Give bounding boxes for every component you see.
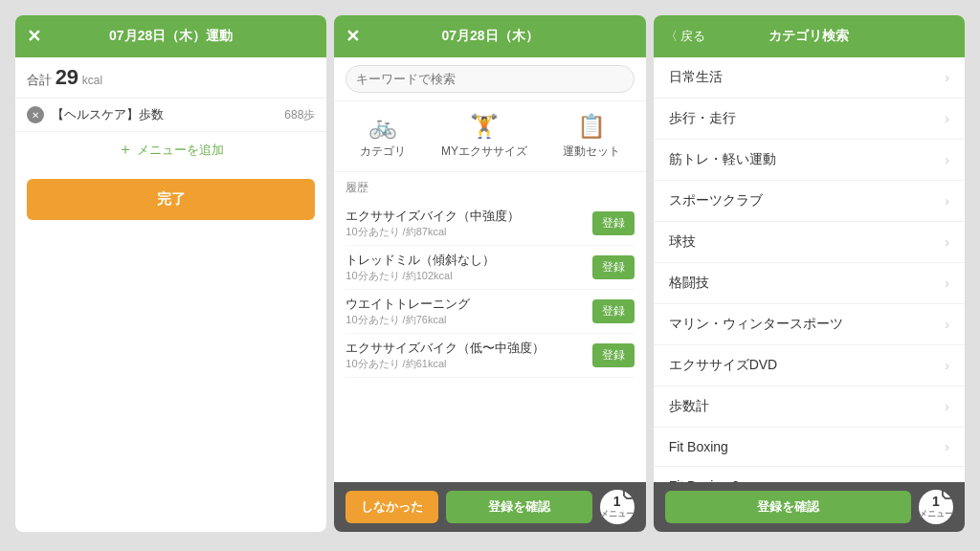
chevron-icon-1: ›	[945, 111, 949, 126]
add-menu-row[interactable]: ＋ メニューを追加	[15, 132, 326, 167]
category-name-4: 球技	[669, 233, 696, 251]
tab-row: 🚲 カテゴリ 🏋 MYエクササイズ 📋 運動セット	[334, 101, 645, 172]
category-item-6[interactable]: マリン・ウィンタースポーツ ›	[654, 304, 965, 345]
history-item: エクササイズバイク（中強度） 10分あたり /約87kcal 登録	[345, 202, 634, 246]
panel1-close-button[interactable]: ✕	[27, 26, 41, 47]
skip-button[interactable]: しなかった	[345, 491, 438, 523]
category-icon: 🚲	[368, 113, 397, 140]
panel3-stopwatch-icon: ⏱	[940, 484, 957, 504]
exercise-row: ✕ 【ヘルスケア】歩数 688歩	[15, 99, 326, 132]
my-exercise-icon: 🏋	[470, 113, 499, 140]
history-item-name-2: ウエイトトレーニング	[345, 296, 470, 313]
complete-button[interactable]: 完了	[27, 179, 315, 220]
category-name-8: 歩数計	[669, 398, 709, 415]
plus-icon: ＋	[118, 140, 133, 160]
register-button-2[interactable]: 登録	[592, 299, 635, 323]
category-name-9: Fit Boxing	[669, 439, 728, 454]
remove-exercise-button[interactable]: ✕	[27, 106, 44, 123]
chevron-icon-0: ›	[945, 70, 949, 85]
category-item-7[interactable]: エクササイズDVD ›	[654, 345, 965, 386]
panel2-body: 🚲 カテゴリ 🏋 MYエクササイズ 📋 運動セット 履歴 エクササイズバイク（中…	[334, 57, 645, 482]
chevron-icon-3: ›	[945, 193, 949, 209]
panel1-body: 合計 29 kcal ✕ 【ヘルスケア】歩数 688歩 ＋ メニューを追加 完了	[15, 57, 326, 532]
category-item-9[interactable]: Fit Boxing ›	[654, 428, 965, 467]
category-item-0[interactable]: 日常生活 ›	[654, 57, 965, 99]
category-item-1[interactable]: 歩行・走行 ›	[654, 99, 965, 140]
panel-exercise-log: ✕ 07月28日（木）運動 合計 29 kcal ✕ 【ヘルスケア】歩数 688…	[15, 15, 326, 532]
kcal-unit: kcal	[82, 74, 102, 87]
category-item-2[interactable]: 筋トレ・軽い運動 ›	[654, 140, 965, 181]
history-item-info-3: エクササイズバイク（低〜中強度） 10分あたり /約61kcal	[345, 340, 545, 371]
category-item-3[interactable]: スポーツクラブ ›	[654, 181, 965, 222]
panel3-confirm-button[interactable]: 登録を確認	[665, 491, 911, 523]
stopwatch-icon: ⏱	[621, 484, 638, 504]
history-item-name-3: エクササイズバイク（低〜中強度）	[345, 340, 545, 357]
search-bar-row	[334, 57, 645, 101]
chevron-icon-5: ›	[945, 276, 949, 291]
tab-my-exercise-label: MYエクササイズ	[441, 143, 527, 160]
panel-category-search: 〈 戻る カテゴリ検索 日常生活 › 歩行・走行 › 筋トレ・軽い運動 › スポ…	[654, 15, 965, 532]
tab-exercise-set[interactable]: 📋 運動セット	[563, 113, 620, 160]
panel1-title: 07月28日（木）運動	[109, 28, 233, 45]
search-input[interactable]	[345, 65, 634, 93]
history-label: 履歴	[345, 180, 634, 196]
history-item-name-1: トレッドミル（傾斜なし）	[345, 252, 495, 269]
tab-category[interactable]: 🚲 カテゴリ	[360, 113, 406, 160]
exercise-name: 【ヘルスケア】歩数	[52, 106, 277, 123]
category-item-10[interactable]: Fit Boxing 2 ›	[654, 467, 965, 482]
history-item-name-0: エクササイズバイク（中強度）	[345, 208, 520, 225]
add-menu-label: メニューを追加	[137, 142, 224, 159]
panel2-close-button[interactable]: ✕	[345, 26, 360, 47]
app-screen: ✕ 07月28日（木）運動 合計 29 kcal ✕ 【ヘルスケア】歩数 688…	[0, 0, 980, 551]
chevron-icon-4: ›	[945, 234, 949, 250]
register-button-1[interactable]: 登録	[592, 255, 635, 279]
panel3-footer-badge: ⏱ 1 メニュー	[919, 490, 953, 524]
footer-badge: ⏱ 1 メニュー	[600, 490, 635, 524]
confirm-button[interactable]: 登録を確認	[446, 491, 591, 523]
category-name-1: 歩行・走行	[669, 110, 736, 127]
tab-category-label: カテゴリ	[360, 143, 406, 160]
chevron-icon-9: ›	[945, 439, 949, 454]
panel2-footer: しなかった 登録を確認 ⏱ 1 メニュー	[334, 482, 645, 532]
category-name-7: エクササイズDVD	[669, 357, 778, 374]
register-button-0[interactable]: 登録	[592, 211, 635, 235]
panel3-title: カテゴリ検索	[768, 28, 849, 45]
panel3-badge-num: 1	[932, 495, 940, 508]
category-name-0: 日常生活	[669, 69, 723, 86]
panel-exercise-search: ✕ 07月28日（木） 🚲 カテゴリ 🏋 MYエクササイズ 📋 運動セット	[334, 15, 645, 532]
register-button-3[interactable]: 登録	[592, 343, 635, 367]
history-item-sub-1: 10分あたり /約102kcal	[345, 269, 495, 283]
category-item-8[interactable]: 歩数計 ›	[654, 386, 965, 428]
kcal-value: 29	[56, 65, 78, 89]
badge-num: 1	[613, 495, 621, 508]
history-item-2: ウエイトトレーニング 10分あたり /約76kcal 登録	[345, 290, 634, 334]
category-list: 日常生活 › 歩行・走行 › 筋トレ・軽い運動 › スポーツクラブ › 球技	[654, 57, 965, 482]
panel3-body: 日常生活 › 歩行・走行 › 筋トレ・軽い運動 › スポーツクラブ › 球技	[654, 57, 965, 482]
chevron-icon-8: ›	[945, 399, 949, 414]
history-section: 履歴 エクササイズバイク（中強度） 10分あたり /約87kcal 登録 トレッ…	[334, 172, 645, 382]
history-item-sub-0: 10分あたり /約87kcal	[345, 225, 520, 239]
summary-label: 合計	[27, 73, 52, 87]
panel3-back-button[interactable]: 〈 戻る	[665, 28, 706, 45]
chevron-icon-6: ›	[945, 317, 949, 332]
category-name-6: マリン・ウィンタースポーツ	[669, 316, 843, 333]
category-name-2: 筋トレ・軽い運動	[669, 151, 776, 168]
category-name-3: スポーツクラブ	[669, 192, 763, 209]
exercise-steps: 688歩	[284, 107, 315, 123]
panel2-title: 07月28日（木）	[441, 28, 538, 45]
history-item-1: トレッドミル（傾斜なし） 10分あたり /約102kcal 登録	[345, 246, 634, 290]
category-item-4[interactable]: 球技 ›	[654, 222, 965, 263]
history-item-info-2: ウエイトトレーニング 10分あたり /約76kcal	[345, 296, 470, 327]
exercise-set-icon: 📋	[577, 113, 606, 140]
history-item-sub-3: 10分あたり /約61kcal	[345, 357, 545, 371]
history-item-3: エクササイズバイク（低〜中強度） 10分あたり /約61kcal 登録	[345, 334, 634, 378]
panel3-footer: 登録を確認 ⏱ 1 メニュー	[654, 482, 965, 532]
panel2-header: ✕ 07月28日（木）	[334, 15, 645, 57]
chevron-icon-2: ›	[945, 152, 949, 167]
category-name-5: 格闘技	[669, 275, 709, 292]
category-item-5[interactable]: 格闘技 ›	[654, 263, 965, 304]
tab-my-exercise[interactable]: 🏋 MYエクササイズ	[441, 113, 527, 160]
tab-exercise-set-label: 運動セット	[563, 143, 620, 160]
badge-label: メニュー	[600, 508, 635, 520]
complete-btn-area: 完了	[15, 167, 326, 231]
